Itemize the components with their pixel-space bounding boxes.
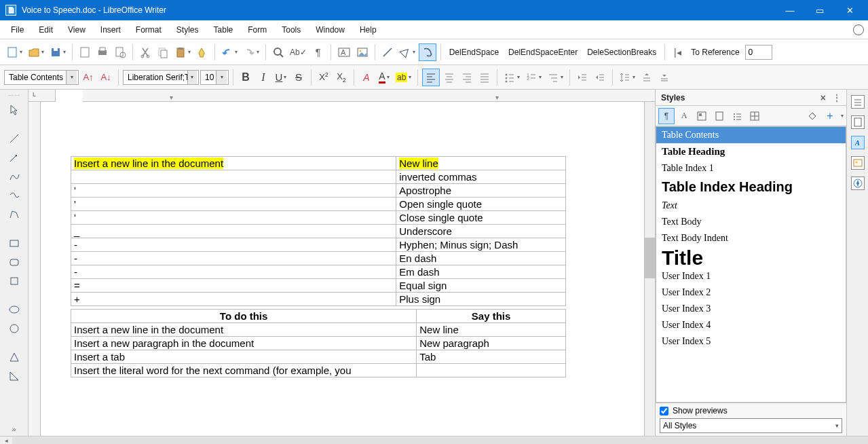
find-button[interactable] bbox=[270, 43, 286, 61]
close-window-button[interactable]: ✕ bbox=[841, 3, 858, 17]
menu-help[interactable]: Help bbox=[353, 22, 383, 37]
menu-form[interactable]: Form bbox=[241, 22, 273, 37]
table-cell[interactable]: Open single quote bbox=[396, 198, 566, 211]
table-cell[interactable] bbox=[71, 170, 396, 184]
line-tool-icon[interactable] bbox=[7, 132, 21, 145]
superscript-button[interactable]: X2 bbox=[316, 69, 332, 86]
table-cell[interactable]: + bbox=[71, 293, 396, 306]
style-item[interactable]: User Index 3 bbox=[656, 301, 846, 317]
line-spacing-button[interactable]: ▾ bbox=[617, 69, 637, 86]
table-cell[interactable]: New line bbox=[396, 157, 566, 170]
menu-insert[interactable]: Insert bbox=[94, 22, 128, 37]
insert-image-button[interactable] bbox=[354, 43, 371, 61]
table-cell[interactable]: Insert a new paragraph in the document bbox=[71, 337, 417, 350]
table-cell[interactable]: - bbox=[71, 252, 396, 265]
arrow-tool-icon[interactable]: ▾ bbox=[7, 151, 21, 164]
ruler-horizontal[interactable]: ▾ ▾ bbox=[83, 90, 655, 102]
frame-styles-tab-icon[interactable] bbox=[694, 108, 710, 124]
decrease-indent-button[interactable] bbox=[574, 69, 590, 86]
sidebar-overflow-icon[interactable]: » bbox=[7, 422, 21, 436]
print-preview-button[interactable] bbox=[112, 43, 128, 61]
style-item[interactable]: Text Body bbox=[656, 214, 846, 230]
rounded-rect-tool-icon[interactable] bbox=[7, 255, 21, 269]
styles-deck-icon[interactable]: A bbox=[851, 136, 865, 149]
table-cell[interactable]: En dash bbox=[396, 252, 566, 265]
style-item[interactable]: Table Heading bbox=[656, 143, 846, 160]
para-spacing-dec-button[interactable] bbox=[656, 69, 673, 86]
menu-file[interactable]: File bbox=[4, 22, 31, 37]
table-cell[interactable]: Insert the literal word for the next com… bbox=[71, 364, 417, 377]
properties-deck-icon[interactable] bbox=[851, 95, 865, 109]
bold-button[interactable]: B bbox=[238, 69, 254, 86]
triangle-tool-icon[interactable] bbox=[7, 350, 21, 364]
styles-panel-close-icon[interactable]: × bbox=[820, 92, 826, 103]
menu-view[interactable]: View bbox=[61, 22, 92, 37]
export-pdf-button[interactable] bbox=[77, 43, 93, 61]
custom-btn-delesectionbreaks[interactable]: DeleSectionBreaks bbox=[583, 48, 660, 57]
table-cell[interactable]: Equal sign bbox=[396, 279, 566, 293]
spellcheck-button[interactable]: Ab✓ bbox=[288, 43, 309, 61]
outline-button[interactable]: ▾ bbox=[545, 69, 565, 86]
menu-format[interactable]: Format bbox=[129, 22, 168, 37]
document-table-1[interactable]: Insert a new line in the documentNew lin… bbox=[71, 156, 566, 306]
sidebar-handle[interactable]: ⋯⋯ bbox=[0, 92, 29, 98]
basic-shapes-button[interactable]: ▾ bbox=[397, 43, 417, 61]
table-cell[interactable]: Hyphen; Minus sign; Dash bbox=[396, 238, 566, 252]
menu-edit[interactable]: Edit bbox=[32, 22, 60, 37]
style-item[interactable]: User Index 1 bbox=[656, 268, 846, 284]
character-styles-tab-icon[interactable]: A bbox=[676, 108, 692, 124]
menu-tools[interactable]: Tools bbox=[275, 22, 307, 37]
print-button[interactable] bbox=[94, 43, 111, 61]
highlight-button[interactable]: ab▾ bbox=[394, 69, 413, 86]
table-header[interactable]: To do this bbox=[71, 310, 417, 323]
style-item[interactable]: User Index 5 bbox=[656, 333, 846, 350]
maximize-button[interactable]: ▭ bbox=[811, 3, 829, 17]
style-item[interactable]: Text Body Indent bbox=[656, 230, 846, 246]
hscroll-left-icon[interactable]: ◂ bbox=[0, 437, 12, 444]
page-content[interactable]: Insert a new line in the documentNew lin… bbox=[41, 102, 644, 436]
para-spacing-inc-button[interactable] bbox=[639, 69, 655, 86]
paragraph-style-combo[interactable]: Table Contents▾ bbox=[4, 70, 79, 85]
table-cell[interactable]: inverted commas bbox=[396, 170, 566, 184]
styles-filter-combo[interactable]: All Styles▾ bbox=[660, 418, 842, 433]
panel-menu-icon[interactable]: ⋮ bbox=[833, 93, 841, 103]
table-cell[interactable]: Close single quote bbox=[396, 211, 566, 225]
new-style-icon[interactable]: + bbox=[822, 108, 838, 124]
table-cell[interactable]: Insert a tab bbox=[71, 350, 417, 364]
table-header[interactable]: Say this bbox=[417, 310, 566, 323]
horizontal-scrollbar[interactable]: ◂ bbox=[0, 436, 868, 444]
reference-count-input[interactable]: 0 bbox=[745, 45, 772, 60]
style-item[interactable]: Title bbox=[656, 246, 846, 268]
square-tool-icon[interactable] bbox=[7, 274, 21, 288]
show-previews-checkbox[interactable]: Show previews bbox=[656, 403, 846, 418]
increase-font-button[interactable]: A↑ bbox=[80, 69, 96, 86]
custom-btn-delendspace[interactable]: DelEndSpace bbox=[445, 48, 503, 57]
table-styles-tab-icon[interactable] bbox=[747, 108, 763, 124]
table-cell[interactable]: New line bbox=[417, 323, 566, 337]
table-cell[interactable]: Tab bbox=[417, 350, 566, 364]
italic-button[interactable]: I bbox=[255, 69, 271, 86]
ellipse-tool-icon[interactable] bbox=[7, 303, 21, 316]
style-item[interactable]: Text bbox=[656, 198, 846, 214]
show-previews-input[interactable] bbox=[660, 407, 668, 415]
menu-window[interactable]: Window bbox=[309, 22, 352, 37]
font-size-combo[interactable]: 10▾ bbox=[200, 70, 229, 85]
menu-styles[interactable]: Styles bbox=[170, 22, 206, 37]
new-doc-button[interactable]: ▾ bbox=[4, 43, 24, 61]
cut-button[interactable] bbox=[137, 43, 153, 61]
table-cell[interactable]: Em dash bbox=[396, 265, 566, 279]
font-color-button[interactable]: A▾ bbox=[376, 69, 392, 86]
table-cell[interactable]: Insert a new line in the document bbox=[71, 323, 417, 337]
freeform-tool-icon[interactable] bbox=[7, 189, 21, 202]
bullets-button[interactable]: ▾ bbox=[502, 69, 522, 86]
save-button[interactable]: ▾ bbox=[48, 43, 68, 61]
align-center-button[interactable] bbox=[441, 69, 457, 86]
style-item[interactable]: User Index 4 bbox=[656, 317, 846, 333]
insert-line-button[interactable] bbox=[379, 43, 396, 61]
table-cell[interactable]: ' bbox=[71, 184, 396, 198]
paragraph-styles-tab-icon[interactable]: ¶ bbox=[658, 108, 675, 124]
gallery-deck-icon[interactable] bbox=[851, 156, 865, 170]
curve-tool-icon[interactable]: ▾ bbox=[7, 170, 21, 183]
table-cell[interactable]: Plus sign bbox=[396, 293, 566, 306]
style-item[interactable]: Table Index Heading bbox=[656, 177, 846, 198]
